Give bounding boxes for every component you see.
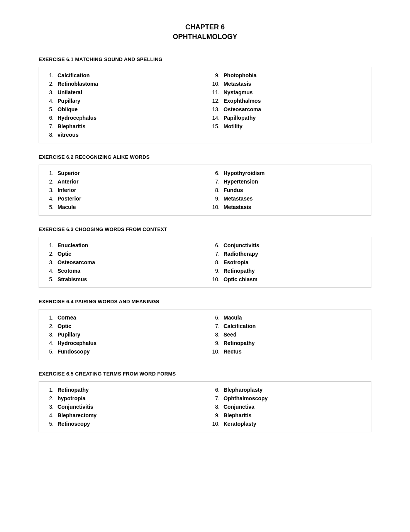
- item-number: 5.: [45, 276, 58, 282]
- item-label: Conjunctiva: [224, 404, 254, 410]
- item-number: 2.: [45, 251, 58, 257]
- item-number: 8.: [211, 331, 224, 338]
- item-label: Blepharitis: [224, 412, 251, 418]
- item-label: Retinoscopy: [58, 421, 90, 427]
- exercise-section-ex2: EXERCISE 6.2 RECOGNIZING ALIKE WORDS1.Su…: [39, 154, 371, 216]
- item-number: 10.: [211, 348, 224, 355]
- exercise-section-ex5: EXERCISE 6.5 CREATING TERMS FROM WORD FO…: [39, 371, 371, 432]
- item-label: Conjunctivitis: [224, 242, 259, 248]
- item-label: Posterior: [58, 195, 81, 202]
- item-number: 3.: [45, 187, 58, 193]
- item-label: Cornea: [58, 314, 76, 321]
- item-label: Exophthalmos: [224, 98, 261, 104]
- list-item: 6.Conjunctivitis: [211, 241, 282, 250]
- item-number: 6.: [45, 115, 58, 121]
- list-item: 7.Radiotherapy: [211, 250, 282, 258]
- right-col-ex5: 6.Blepharoplasty7.Ophthalmoscopy8.Conjun…: [205, 386, 288, 428]
- item-number: 3.: [45, 259, 58, 265]
- item-number: 5.: [45, 106, 58, 112]
- item-label: Retinoblastoma: [58, 81, 98, 87]
- item-number: 10.: [211, 276, 224, 282]
- item-label: Metastases: [224, 195, 253, 202]
- list-item: 11.Nystagmus: [211, 88, 282, 97]
- list-item: 9.Blepharitis: [211, 411, 282, 420]
- item-label: Metastasis: [224, 81, 251, 87]
- left-col-ex2: 1.Superior2.Anterior3.Inferior4.Posterio…: [39, 169, 122, 211]
- item-number: 2.: [45, 178, 58, 185]
- item-number: 6.: [211, 314, 224, 321]
- item-number: 3.: [45, 89, 58, 95]
- item-label: Superior: [58, 170, 80, 176]
- exercise-section-ex1: EXERCISE 6.1 MATCHING SOUND AND SPELLING…: [39, 56, 371, 143]
- item-number: 9.: [211, 268, 224, 274]
- item-number: 8.: [45, 132, 58, 138]
- list-item: 6.Macula: [211, 313, 282, 322]
- item-label: Rectus: [224, 348, 242, 355]
- item-number: 9.: [211, 340, 224, 346]
- list-item: 2.Optic: [45, 250, 116, 258]
- item-number: 9.: [211, 72, 224, 78]
- exercises-container: EXERCISE 6.1 MATCHING SOUND AND SPELLING…: [39, 56, 371, 432]
- item-label: Hydrocephalus: [58, 340, 97, 346]
- chapter-subtitle: OPHTHALMOLOGY: [39, 33, 371, 41]
- item-label: Strabismus: [58, 276, 87, 282]
- item-number: 13.: [211, 106, 224, 112]
- list-item: 7.Ophthalmoscopy: [211, 394, 282, 403]
- item-label: Blepharoplasty: [224, 387, 263, 393]
- item-number: 4.: [45, 268, 58, 274]
- item-label: Hypertension: [224, 178, 258, 185]
- item-number: 8.: [211, 187, 224, 193]
- item-number: 6.: [211, 170, 224, 176]
- item-number: 3.: [45, 404, 58, 410]
- item-number: 3.: [45, 331, 58, 338]
- item-label: Pupillary: [58, 331, 80, 338]
- item-label: Blepharitis: [58, 123, 85, 129]
- list-item: 3.Unilateral: [45, 88, 116, 97]
- list-item: 5.Retinoscopy: [45, 420, 116, 428]
- item-label: Hypothyroidism: [224, 170, 265, 176]
- item-number: 7.: [211, 395, 224, 401]
- item-label: Motility: [224, 123, 242, 129]
- right-col-ex1: 9.Photophobia10.Metastasis11.Nystagmus12…: [205, 71, 288, 139]
- list-item: 1.Retinopathy: [45, 386, 116, 394]
- item-label: Osteosarcoma: [224, 106, 261, 112]
- exercise-heading-ex2: EXERCISE 6.2 RECOGNIZING ALIKE WORDS: [39, 154, 371, 160]
- exercise-grid-ex1: 1.Calcification2.Retinoblastoma3.Unilate…: [39, 67, 371, 143]
- item-number: 2.: [45, 81, 58, 87]
- list-item: 1.Superior: [45, 169, 116, 177]
- item-number: 5.: [45, 421, 58, 427]
- list-item: 3.Inferior: [45, 186, 116, 194]
- item-number: 4.: [45, 340, 58, 346]
- list-item: 9.Metastases: [211, 194, 282, 203]
- list-item: 7.Hypertension: [211, 177, 282, 186]
- list-item: 8.Conjunctiva: [211, 403, 282, 411]
- item-label: Retinopathy: [224, 268, 255, 274]
- exercise-heading-ex4: EXERCISE 6.4 PAIRING WORDS AND MEANINGS: [39, 299, 371, 304]
- item-number: 7.: [211, 251, 224, 257]
- item-label: Optic: [58, 251, 71, 257]
- list-item: 4.Pupillary: [45, 97, 116, 105]
- list-item: 9.Retinopathy: [211, 339, 282, 347]
- list-item: 3.Pupillary: [45, 330, 116, 339]
- list-item: 9.Photophobia: [211, 71, 282, 80]
- item-label: Metastasis: [224, 204, 251, 210]
- item-label: Blepharectomy: [58, 412, 97, 418]
- item-label: Seed: [224, 331, 236, 338]
- item-label: Pupillary: [58, 98, 80, 104]
- list-item: 7.Blepharitis: [45, 122, 116, 131]
- item-number: 2.: [45, 395, 58, 401]
- item-number: 4.: [45, 412, 58, 418]
- item-label: Papillopathy: [224, 115, 256, 121]
- left-col-ex3: 1.Enucleation2.Optic3.Osteosarcoma4.Scot…: [39, 241, 122, 284]
- item-label: Macule: [58, 204, 76, 210]
- item-number: 9.: [211, 412, 224, 418]
- item-label: Conjunctivitis: [58, 404, 93, 410]
- item-label: Nystagmus: [224, 89, 252, 95]
- page-header: CHAPTER 6 OPHTHALMOLOGY: [39, 23, 371, 41]
- item-number: 1.: [45, 387, 58, 393]
- list-item: 7.Calcification: [211, 322, 282, 330]
- list-item: 5.Oblique: [45, 105, 116, 114]
- item-number: 8.: [211, 404, 224, 410]
- list-item: 10.Metastasis: [211, 80, 282, 88]
- item-number: 4.: [45, 195, 58, 202]
